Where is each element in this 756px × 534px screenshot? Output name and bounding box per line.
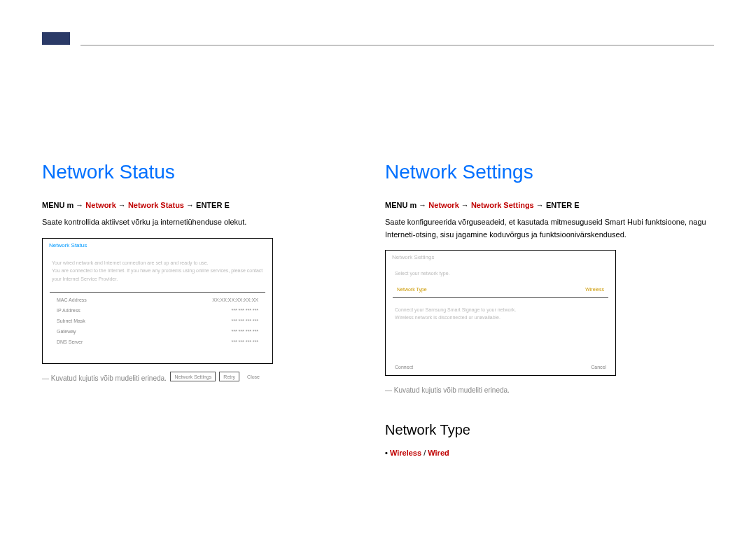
- bc-arrow: →: [461, 201, 469, 209]
- ss-msg2: You are connected to the Internet. If yo…: [52, 267, 263, 283]
- bc-arrow: →: [118, 201, 126, 209]
- bc-arrow: m: [66, 201, 74, 209]
- value: *** *** *** ***: [231, 329, 258, 334]
- bc-current: Network Status: [128, 201, 184, 209]
- btn-retry[interactable]: Retry: [219, 372, 239, 381]
- divider: [393, 297, 608, 298]
- bc-network: Network: [85, 201, 115, 209]
- row-label: Network Type: [397, 287, 427, 292]
- row-mac: MAC Address XX:XX:XX:XX:XX:XX: [43, 295, 272, 305]
- breadcrumb-settings: MENU m → Network → Network Settings → EN…: [385, 201, 707, 209]
- left-column: Network Status MENU m → Network → Networ…: [42, 161, 350, 382]
- row-dns: DNS Server *** *** *** ***: [43, 337, 272, 347]
- value: *** *** *** ***: [231, 308, 258, 313]
- screenshot-settings: Network Settings Select your network typ…: [385, 250, 616, 376]
- row-nettype[interactable]: Network Type Wireless: [386, 283, 615, 295]
- label: Subnet Mask: [57, 318, 85, 323]
- bc-enter: ENTER: [546, 201, 572, 209]
- bc-arrow: →: [536, 201, 544, 209]
- screenshot-status: Network Status Your wired network and In…: [42, 238, 273, 364]
- ss-header: Network Settings: [386, 251, 615, 264]
- ss-msg: Select your network type.: [395, 269, 606, 278]
- value: XX:XX:XX:XX:XX:XX: [212, 297, 258, 302]
- bc-enter-icon: E: [574, 201, 579, 209]
- bc-menu: MENU: [385, 201, 407, 209]
- top-rule: [80, 45, 714, 45]
- wireless-info: Wireless network is disconnected or unav…: [395, 314, 606, 322]
- section-title-settings: Network Settings: [385, 161, 707, 183]
- label: MAC Address: [57, 297, 87, 302]
- bullet-icon: •: [385, 449, 388, 457]
- label: DNS Server: [57, 339, 83, 344]
- row-subnet: Subnet Mask *** *** *** ***: [43, 316, 272, 326]
- breadcrumb-status: MENU m → Network → Network Status → ENTE…: [42, 201, 350, 209]
- ss-header: Network Status: [43, 239, 272, 252]
- type-wireless: Wireless: [390, 449, 421, 457]
- button-row: Network Settings Retry Close: [43, 372, 272, 381]
- connect-info: Connect your Samsung Smart Signage to yo…: [395, 306, 606, 314]
- type-wired: Wired: [428, 449, 449, 457]
- bc-enter: ENTER: [196, 201, 222, 209]
- bc-network: Network: [428, 201, 458, 209]
- footnote-right: ― Kuvatud kujutis võib mudeliti erineda.: [385, 386, 707, 394]
- label: Gateway: [57, 329, 76, 334]
- nav-cancel[interactable]: Cancel: [591, 365, 606, 370]
- ss-body: Select your network type.: [386, 264, 615, 283]
- right-column: Network Settings MENU m → Network → Netw…: [385, 161, 707, 457]
- bc-arrow: m: [410, 201, 416, 209]
- section-title-status: Network Status: [42, 161, 350, 183]
- bc-menu: MENU: [42, 201, 64, 209]
- bc-current: Network Settings: [471, 201, 534, 209]
- network-type-section: Network Type • Wireless / Wired: [385, 422, 707, 457]
- bc-arrow: →: [419, 201, 426, 209]
- row-value: Wireless: [585, 287, 604, 292]
- ss-msg1: Your wired network and Internet connecti…: [52, 259, 263, 267]
- subsection-heading: Network Type: [385, 422, 707, 438]
- nav-row: Connect Cancel: [395, 365, 606, 370]
- divider: [50, 292, 265, 293]
- bc-arrow: →: [76, 201, 83, 209]
- label: IP Address: [57, 308, 80, 313]
- type-list: • Wireless / Wired: [385, 449, 707, 457]
- value: *** *** *** ***: [231, 318, 258, 323]
- ss-info: Connect your Samsung Smart Signage to yo…: [386, 300, 615, 328]
- desc-status: Saate kontrollida aktiivset võrku ja int…: [42, 216, 350, 229]
- row-gateway: Gateway *** *** *** ***: [43, 326, 272, 337]
- nav-connect[interactable]: Connect: [395, 365, 413, 370]
- ss-body: Your wired network and Internet connecti…: [43, 252, 272, 290]
- value: *** *** *** ***: [231, 339, 258, 344]
- row-ip: IP Address *** *** *** ***: [43, 305, 272, 316]
- bc-arrow: →: [186, 201, 194, 209]
- desc-settings: Saate konfigureerida võrguseadeid, et ka…: [385, 216, 707, 241]
- page-badge: [42, 32, 70, 45]
- btn-close[interactable]: Close: [243, 372, 264, 381]
- bc-enter-icon: E: [224, 201, 229, 209]
- btn-net-settings[interactable]: Network Settings: [170, 372, 216, 381]
